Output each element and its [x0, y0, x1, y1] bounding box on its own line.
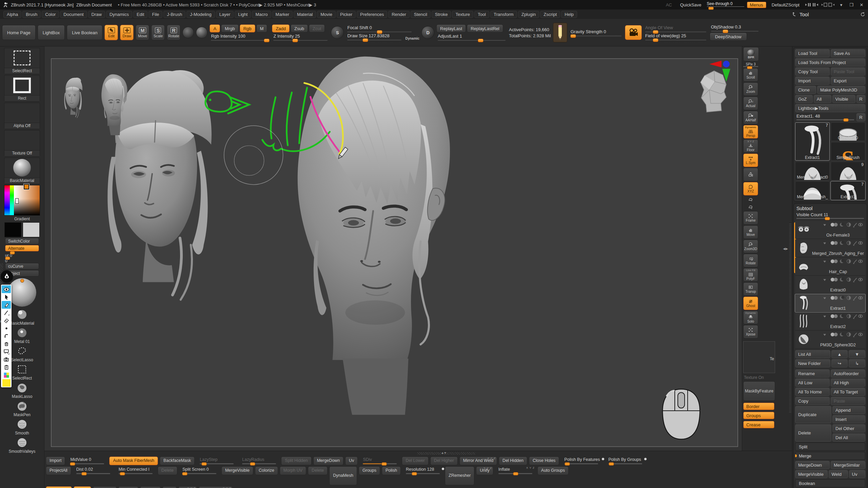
quicksave-button[interactable]: QuickSave — [677, 2, 704, 8]
slider-handle[interactable] — [182, 472, 188, 475]
annotation-undo-button[interactable] — [2, 332, 11, 340]
material-preview-icon[interactable] — [196, 27, 208, 38]
bottom-control[interactable]: X Y Z Double — [140, 486, 161, 488]
menu-item[interactable]: Texture — [452, 11, 473, 18]
color-picker[interactable] — [4, 185, 40, 216]
tool-item-current[interactable]: 7 Extract1 — [795, 122, 830, 161]
bottom-control[interactable]: X Y Z Polish By Features — [561, 456, 603, 465]
menu-item[interactable]: Document — [60, 11, 87, 18]
del-other-button[interactable]: Del Other — [832, 424, 865, 432]
move-down-button[interactable]: ▼ — [849, 350, 865, 358]
tray-pages-icon[interactable] — [821, 2, 835, 7]
duplicate-button[interactable]: Duplicate — [795, 406, 831, 423]
adjust-last-slider[interactable]: AdjustLast 1 — [436, 34, 507, 41]
subtool-row[interactable]: Extract0 — [795, 276, 865, 294]
split-section-header[interactable]: Split — [795, 443, 865, 451]
m-toggle[interactable]: M — [256, 24, 268, 33]
visible-count-handle[interactable] — [825, 217, 830, 220]
subtool-row[interactable]: Ox-Female3 — [795, 221, 865, 239]
focal-shift-slider[interactable]: Focal Shift 0 — [346, 25, 413, 32]
edit-mode-button[interactable]: ✎Edit — [104, 25, 118, 40]
current-material-thumbnail[interactable]: BasicMaterial — [4, 158, 40, 184]
menu-item[interactable]: Render — [388, 11, 410, 18]
live-boolean-button[interactable]: Live Boolean — [67, 25, 102, 40]
slider-handle[interactable] — [513, 472, 518, 475]
zadd-toggle[interactable]: Zadd — [272, 24, 290, 33]
pencil-tool-icon[interactable] — [553, 23, 567, 42]
slider-handle[interactable] — [250, 462, 255, 466]
menu-item[interactable]: Light — [235, 11, 251, 18]
tool-item[interactable]: Merged_Extract0 — [795, 162, 830, 180]
bottom-control[interactable]: X Y Z Groups — [359, 466, 380, 475]
bottom-control[interactable]: X Y Z Polish — [382, 466, 401, 475]
bottom-control[interactable]: X Y Z Delete — [308, 466, 328, 475]
goz-all-button[interactable]: All — [814, 95, 831, 103]
paste-subtool-button[interactable]: Paste — [831, 397, 865, 405]
border-toggle[interactable]: Border — [743, 403, 774, 410]
annotation-clipboard-button[interactable] — [2, 363, 11, 371]
bottom-control[interactable]: X Y Z Polish By Groups — [605, 456, 646, 465]
bottom-control[interactable]: X Y Z ProjectAll — [46, 466, 71, 475]
goz-button[interactable]: GoZ — [795, 95, 813, 103]
menu-item[interactable]: Stroke — [432, 11, 451, 18]
mrgb-toggle[interactable]: Mrgb — [221, 24, 239, 33]
z-intensity-slider[interactable]: Z Intensity 25 — [272, 34, 329, 41]
slider-handle[interactable] — [81, 472, 87, 475]
menu-item[interactable]: Zscript — [540, 11, 560, 18]
zcut-toggle[interactable]: Zcut — [309, 24, 325, 33]
draw-size-slider[interactable]: Draw Size 127.83828 — [346, 33, 403, 40]
merge-down-button[interactable]: MergeDown — [795, 461, 830, 469]
slider-track[interactable] — [182, 473, 216, 474]
home-page-button[interactable]: Home Page — [2, 25, 36, 40]
slider-handle[interactable] — [120, 472, 125, 475]
annotation-app-button[interactable] — [1, 270, 13, 283]
annotation-color-palette-button[interactable] — [2, 371, 11, 379]
active-tool-handle[interactable] — [843, 118, 849, 122]
rail-button[interactable]: Actual — [743, 97, 758, 110]
lightbox-button[interactable]: LightBox — [38, 25, 65, 40]
camera-icon[interactable] — [625, 25, 642, 40]
rail-button[interactable]: Xpose — [743, 325, 758, 339]
slider-track[interactable] — [119, 473, 153, 474]
minimize-button[interactable]: ▾ — [837, 2, 845, 7]
paste-tool-button[interactable]: Paste Tool — [831, 67, 865, 76]
menu-item[interactable]: Picker — [337, 11, 356, 18]
subtool-row[interactable]: Extract2 — [795, 312, 865, 330]
menu-item[interactable]: Zplugin — [518, 11, 539, 18]
bottom-control[interactable]: X Y Z DynaMesh — [329, 466, 357, 485]
all-to-target-button[interactable]: All To Target — [831, 388, 865, 396]
current-texture-thumbnail[interactable]: Texture Off — [4, 130, 40, 157]
bottom-control[interactable]: X Y Z BackfaceMask — [160, 456, 195, 465]
menu-item[interactable]: Edit — [133, 11, 147, 18]
annotation-size-button[interactable] — [2, 324, 11, 332]
move-mode-button[interactable]: MMove — [136, 25, 149, 40]
all-high-button[interactable]: All High — [831, 379, 865, 387]
annotation-visibility-button[interactable] — [2, 285, 11, 293]
tray-slider-2[interactable]: 0 — [5, 258, 39, 262]
load-tool-button[interactable]: Load Tool — [795, 49, 830, 57]
active-tool-slider[interactable]: Extract1. 48 — [795, 113, 855, 121]
replay-last-rel-button[interactable]: ReplayLastRel — [467, 24, 503, 33]
rail-button[interactable]: X Y Z Floor — [743, 139, 758, 153]
rail-button[interactable]: Zoom3D — [743, 240, 758, 253]
zsub-toggle[interactable]: Zsub — [291, 24, 308, 33]
main-color-swatch[interactable] — [4, 222, 21, 237]
restore-button[interactable]: ❒ — [848, 2, 855, 7]
menu-item[interactable]: Stencil — [411, 11, 431, 18]
delete-subtool-button[interactable]: Delete — [795, 424, 831, 442]
bottom-control[interactable]: X Y Z DelMT — [118, 486, 138, 488]
subtool-row-icons[interactable] — [821, 222, 864, 227]
bottom-control[interactable]: X Y Z Del Higher — [430, 456, 458, 465]
bottom-control[interactable]: X Y Z Resolution 128 — [402, 466, 443, 475]
tray-scroll-left-icon[interactable] — [805, 2, 818, 7]
saturation-value-square[interactable] — [14, 185, 40, 215]
document-canvas[interactable] — [44, 46, 742, 451]
autoreorder-button[interactable]: AutoReorder — [831, 369, 865, 378]
quick-pick-item[interactable]: Smooth — [4, 418, 40, 435]
close-button[interactable]: ✕ — [858, 2, 865, 7]
tool-item[interactable]: 9 Extract0 — [831, 162, 865, 180]
move-up-button[interactable]: ▲ — [831, 350, 848, 358]
mini-dot-button[interactable] — [441, 467, 445, 470]
a-toggle[interactable]: A — [210, 24, 220, 33]
menu-item[interactable]: Material — [294, 11, 316, 18]
